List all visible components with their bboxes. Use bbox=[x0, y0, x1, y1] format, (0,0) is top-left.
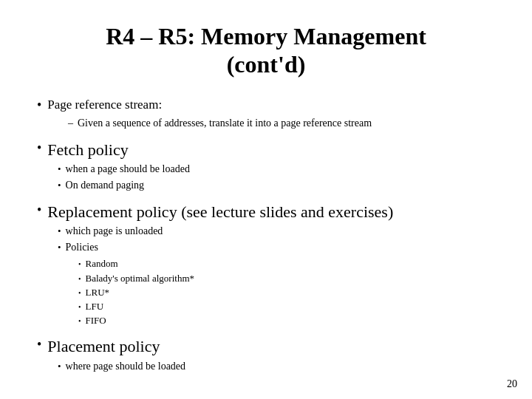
bullet-replacement-policy-text: Replacement policy (see lecture slides a… bbox=[47, 202, 393, 223]
sub-sub-lfu: • LFU bbox=[78, 300, 495, 313]
title-line1: R4 – R5: Memory Management bbox=[106, 23, 426, 50]
bullet-page-reference-text: Page reference stream: bbox=[47, 97, 162, 113]
page-number: 20 bbox=[507, 378, 517, 390]
sub-marker-when: • bbox=[58, 163, 61, 176]
sub-sub-marker-balady: • bbox=[78, 274, 81, 284]
section-replacement-policy: • Replacement policy (see lecture slides… bbox=[37, 199, 495, 328]
bullet-fetch-policy: • Fetch policy bbox=[37, 140, 495, 161]
sub-sub-random-text: Random bbox=[86, 257, 118, 270]
sub-sub-marker-fifo: • bbox=[78, 316, 81, 327]
sub-sub-marker-lfu: • bbox=[78, 302, 81, 313]
sub-item-which-text: which page is unloaded bbox=[66, 224, 163, 239]
sub-item-on-demand: • On demand paging bbox=[58, 178, 495, 193]
section-fetch-policy: • Fetch policy • when a page should be l… bbox=[37, 137, 495, 193]
sub-marker-where: • bbox=[58, 360, 61, 373]
sub-marker-demand: • bbox=[58, 179, 61, 192]
sub-sub-lru-text: LRU* bbox=[86, 286, 110, 299]
sub-sub-fifo-text: FIFO bbox=[86, 314, 106, 327]
dash-item-addresses: – Given a sequence of addresses, transla… bbox=[68, 116, 495, 131]
slide-title: R4 – R5: Memory Management (cont'd) bbox=[37, 22, 495, 79]
bullet-marker-3: • bbox=[37, 202, 41, 219]
sub-marker-which: • bbox=[58, 225, 61, 238]
sub-item-policies-text: Policies bbox=[66, 240, 98, 255]
sub-sub-marker-lru: • bbox=[78, 288, 81, 299]
sub-item-policies: • Policies bbox=[58, 240, 495, 255]
sub-marker-policies: • bbox=[58, 241, 61, 254]
section-placement-policy: • Placement policy • where page should b… bbox=[37, 333, 495, 373]
slide: R4 – R5: Memory Management (cont'd) • Pa… bbox=[0, 0, 532, 399]
bullet-fetch-policy-text: Fetch policy bbox=[47, 140, 128, 161]
bullet-marker-2: • bbox=[37, 140, 41, 157]
sub-item-when-text: when a page should be loaded bbox=[66, 162, 190, 177]
sub-sub-marker-random: • bbox=[78, 259, 81, 270]
sub-item-when-loaded: • when a page should be loaded bbox=[58, 162, 495, 177]
slide-content: • Page reference stream: – Given a seque… bbox=[37, 92, 495, 377]
sub-sub-fifo: • FIFO bbox=[78, 314, 495, 327]
bullet-page-reference: • Page reference stream: bbox=[37, 97, 495, 114]
sub-replacement-policy: • which page is unloaded • Policies • Ra… bbox=[58, 224, 495, 327]
sub-sub-balady: • Balady's optimal algorithm* bbox=[78, 272, 495, 285]
sub-sub-policies: • Random • Balady's optimal algorithm* •… bbox=[78, 257, 495, 327]
sub-placement-policy: • where page should be loaded bbox=[58, 359, 495, 374]
sub-page-reference: – Given a sequence of addresses, transla… bbox=[58, 115, 495, 131]
bullet-replacement-policy: • Replacement policy (see lecture slides… bbox=[37, 202, 495, 223]
sub-sub-balady-text: Balady's optimal algorithm* bbox=[86, 272, 195, 285]
sub-item-demand-text: On demand paging bbox=[66, 178, 145, 193]
bullet-placement-policy: • Placement policy bbox=[37, 336, 495, 358]
sub-fetch-policy: • when a page should be loaded • On dema… bbox=[58, 162, 495, 192]
dash-marker-1: – bbox=[68, 116, 73, 131]
section-page-reference: • Page reference stream: – Given a seque… bbox=[37, 94, 495, 131]
bullet-marker-1: • bbox=[37, 97, 41, 114]
sub-sub-lru: • LRU* bbox=[78, 286, 495, 299]
sub-sub-random: • Random bbox=[78, 257, 495, 270]
bullet-marker-4: • bbox=[37, 336, 41, 353]
sub-sub-lfu-text: LFU bbox=[86, 300, 104, 313]
title-line2: (cont'd) bbox=[227, 51, 306, 78]
bullet-placement-policy-text: Placement policy bbox=[47, 336, 160, 358]
sub-item-where-text: where page should be loaded bbox=[66, 359, 186, 374]
dash-item-addresses-text: Given a sequence of addresses, translate… bbox=[78, 116, 372, 131]
sub-item-where: • where page should be loaded bbox=[58, 359, 495, 374]
sub-item-which-page: • which page is unloaded bbox=[58, 224, 495, 239]
